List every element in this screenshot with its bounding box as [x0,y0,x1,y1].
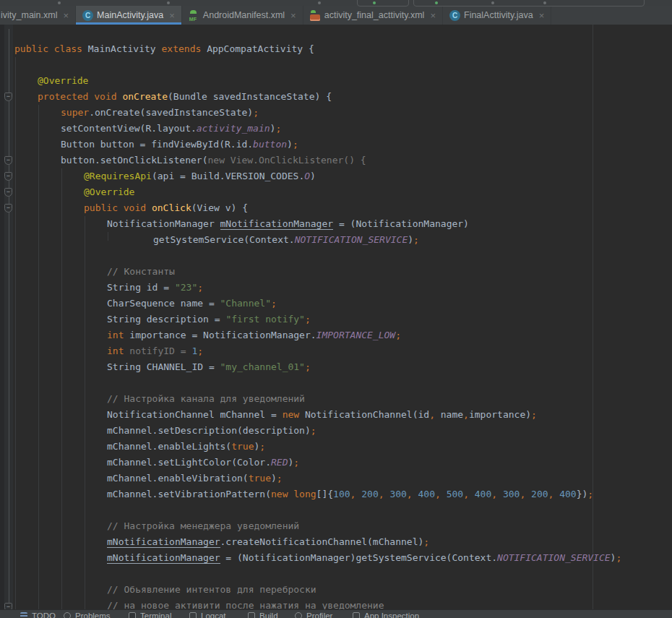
close-icon[interactable]: × [539,11,545,20]
code-token: importance) [469,409,531,420]
tool-window-label: Terminal [140,611,171,618]
close-icon[interactable]: × [169,11,175,20]
code-token: ; [616,552,621,563]
tab-FinalActtivity.java[interactable]: CFinalActtivity.java× [443,6,551,25]
code-token: ; [253,107,259,118]
code-token: NOTIFICATION_SERVICE [295,234,408,245]
code-token: notifyID = [129,346,191,356]
code-line: int importance = NotificationManager.IMP… [0,327,672,343]
code-token: 500 [447,489,463,499]
code-token: NOTIFICATION_SERVICE [497,552,611,563]
code-token: 300 [503,489,520,499]
fold-icon[interactable]: − [4,156,12,165]
code-token: ; [259,441,265,452]
code-token: , [491,489,497,499]
layout-xml-icon [310,10,321,21]
profiler-icon [295,612,302,618]
tool-window-button-Profiler[interactable]: Profiler [295,611,332,618]
code-token: = (NotificationManager)getSystemService(… [220,552,498,563]
code-token: .createNotificationChannel(mChannel) [220,536,424,547]
manifest-badge: MF [189,17,197,22]
toolbar-icon[interactable] [543,1,546,4]
close-icon[interactable]: × [64,11,69,20]
tool-window-button-Terminal[interactable]: Terminal [129,611,171,618]
run-toolbar-button-group[interactable] [413,0,645,7]
code-token: ; [413,234,419,245]
tool-window-button-Logcat[interactable]: Logcat [189,611,226,618]
toolbar-icon[interactable] [491,1,494,4]
code-token: IMPORTANCE_LOW [316,330,396,340]
code-line: @Override [0,73,672,89]
code-token: String description = [107,314,225,325]
code-token: activity_main [197,123,270,134]
code-editor[interactable]: public class MainActivity extends AppCom… [0,25,672,609]
tool-window-label: Profiler [306,611,332,618]
code-token: // на новое активити после нажатия на ув… [107,600,384,609]
fold-icon[interactable]: − [4,188,12,197]
code-token: ; [275,123,281,134]
code-token: getSystemService(Context. [153,234,295,245]
code-token: 400 [418,489,435,499]
run-config-button-group[interactable] [357,0,409,7]
code-token: ; [311,425,316,436]
code-token: , [379,489,384,499]
tab-AndroidManifest.xml[interactable]: MFAndroidManifest.xml× [182,6,303,25]
code-token: button [253,139,287,150]
code-line: mNotificationManager = (NotificationMana… [0,550,672,566]
todo-icon [20,612,27,618]
code-token: mChannel.setLightColor(Color. [107,457,271,468]
toolbar-dot [167,1,170,4]
fold-icon[interactable]: − [4,204,12,213]
tool-window-button-Build[interactable]: Build [248,611,278,618]
code-line: public void onClick(View v) { [0,200,672,216]
tool-window-label: Build [259,611,278,618]
code-token [413,489,418,499]
code-token: (Bundle savedInstanceState) { [168,91,332,102]
code-token: O [304,171,310,181]
build-icon [248,612,255,618]
tab-MainActivity.java[interactable]: CMainActivity.java× [76,6,182,25]
tab-ivity_main.xml[interactable]: ivity_main.xml× [0,6,76,25]
java-class-icon: C [449,10,460,21]
code-token: , [463,489,469,499]
close-icon[interactable]: × [290,11,296,20]
close-icon[interactable]: × [430,11,436,20]
code-token: true [231,441,254,452]
code-token: mChannel.enableLights( [107,441,231,452]
code-token: ) [310,171,316,181]
code-token: setContentView(R.layout. [61,123,197,134]
tool-window-button-Problems[interactable]: Problems [64,611,111,618]
code-token: ; [587,489,593,499]
code-token: 100 [333,489,350,499]
code-line: Button button = findViewById(R.id.button… [0,137,672,153]
fold-icon[interactable]: − [4,93,12,101]
fold-icon[interactable]: − [4,172,12,181]
debug-icon[interactable] [435,1,438,4]
code-token: ; [197,282,203,293]
code-token: ; [305,314,311,325]
code-line: String CHANNEL_ID = "my_channel_01"; [0,359,672,375]
code-token: 300 [389,489,406,499]
code-token: String id = [107,282,175,293]
run-icon[interactable] [373,1,376,4]
tool-window-button-App Inspection[interactable]: App Inspection [353,611,419,618]
code-line: String description = "first notify"; [0,312,672,327]
tab-activity_final_acttivity.xml[interactable]: activity_final_acttivity.xml× [303,6,443,25]
code-token: String CHANNEL_ID = [107,361,220,372]
code-token: , [463,409,469,420]
fold-icon[interactable]: − [4,603,12,609]
code-token: ; [305,361,311,372]
code-token: ) [408,234,413,245]
code-line: getSystemService(Context.NOTIFICATION_SE… [0,232,672,248]
code-token: ; [197,346,203,356]
code-line: // Настройка канала для уведомлений [0,391,672,407]
tool-window-button-TODO[interactable]: TODO [20,611,56,618]
code-line: protected void onCreate(Bundle savedInst… [0,89,672,105]
code-token: // Константы [107,266,175,277]
code-token: name [435,409,463,420]
terminal-icon [129,612,136,618]
tab-label: FinalActtivity.java [464,10,533,20]
code-token: new View.OnClickListener() { [208,155,366,166]
tab-label: MainActivity.java [97,10,163,20]
code-line: NotificationChannel mChannel = new Notif… [0,407,672,423]
